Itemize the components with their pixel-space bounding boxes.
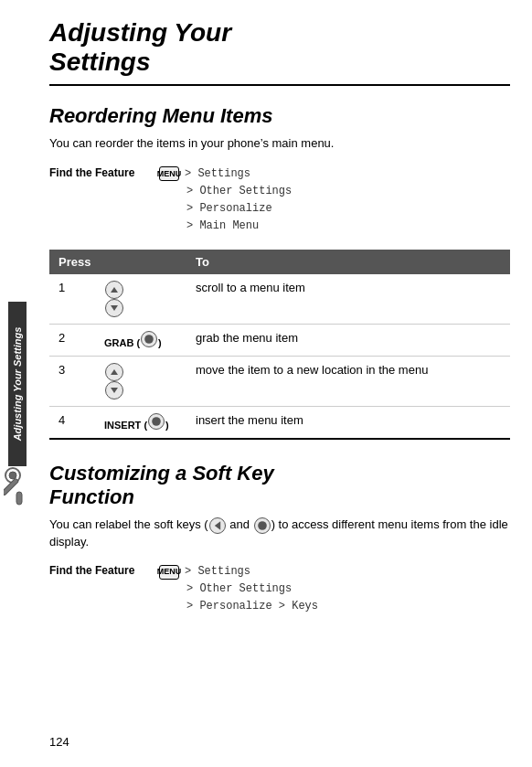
table-row: 3 move th <box>49 357 510 407</box>
row2-num: 2 <box>49 325 95 357</box>
find-step-line-4: > Main Menu <box>159 218 292 235</box>
nav-up2-icon <box>105 363 123 381</box>
find-step-line-2: > Other Settings <box>159 183 292 200</box>
svg-marker-8 <box>111 388 118 393</box>
section2-heading: Customizing a Soft Key Function <box>49 462 510 509</box>
page-title: Adjusting Your Settings <box>49 18 510 77</box>
wrench-icon <box>2 465 35 511</box>
find-label-1: Find the Feature <box>49 165 159 179</box>
nav-down-icon <box>105 299 123 317</box>
nav-down2-icon <box>105 381 123 399</box>
svg-marker-10 <box>214 521 219 530</box>
section1-description: You can reorder the items in your phone’… <box>49 135 510 152</box>
svg-point-9 <box>152 418 161 427</box>
table-row: 2 GRAB () grab the menu item <box>49 325 510 357</box>
menu-icon-2: MENU <box>159 565 179 580</box>
find-step-3-text: > Personalize <box>186 200 272 218</box>
row3-num: 3 <box>49 357 95 407</box>
row4-to: insert the menu item <box>186 407 510 440</box>
soft-key-left-icon <box>209 517 226 534</box>
find2-step-3-text: > Personalize > Keys <box>186 598 318 615</box>
find-step-2-text: > Other Settings <box>186 183 292 200</box>
find2-step-line-2: > Other Settings <box>159 581 318 598</box>
svg-point-11 <box>258 521 267 530</box>
row3-press <box>95 357 186 407</box>
steps-table: Press To 1 <box>49 250 510 440</box>
row2-to: grab the menu item <box>186 325 510 357</box>
find-step-4-text: > Main Menu <box>186 218 259 235</box>
table-col2: To <box>186 250 510 274</box>
page-number: 124 <box>49 726 510 749</box>
soft-key-icon-1 <box>141 331 157 347</box>
row3-to: move the item to a new location in the m… <box>186 357 510 407</box>
find2-step-1-text: > Settings <box>185 563 250 581</box>
table-row: 4 INSERT () insert the menu item <box>49 407 510 440</box>
sidebar-tab-label: Adjusting Your Settings <box>8 302 27 466</box>
find-feature-block-2: Find the Feature MENU > Settings > Other… <box>49 563 510 616</box>
soft-key-icon-2 <box>148 413 165 430</box>
svg-marker-4 <box>111 287 118 293</box>
section2-description: You can relabel the soft keys ( and ) to… <box>49 517 510 550</box>
row1-press <box>95 274 186 325</box>
find2-step-line-3: > Personalize > Keys <box>159 598 318 615</box>
section1-heading: Reordering Menu Items <box>49 104 510 128</box>
sidebar: Adjusting Your Settings <box>0 0 35 767</box>
section2-desc-part1: You can relabel the soft keys ( <box>49 517 208 531</box>
find-step-line-1: MENU > Settings <box>159 165 292 183</box>
find-steps-1: MENU > Settings > Other Settings > Perso… <box>159 165 292 236</box>
svg-marker-7 <box>111 369 118 375</box>
svg-point-1 <box>9 472 16 479</box>
svg-rect-3 <box>16 492 22 505</box>
table-col1: Press <box>49 250 186 274</box>
row1-num: 1 <box>49 274 95 325</box>
find-steps-2: MENU > Settings > Other Settings > Perso… <box>159 563 318 616</box>
row4-press: INSERT () <box>95 407 186 440</box>
svg-marker-5 <box>111 305 118 311</box>
section2-and: and <box>229 517 250 531</box>
find2-step-line-1: MENU > Settings <box>159 563 318 581</box>
find-label-2: Find the Feature <box>49 563 159 577</box>
title-divider <box>49 84 510 86</box>
row4-num: 4 <box>49 407 95 440</box>
find2-step-2-text: > Other Settings <box>186 581 292 598</box>
svg-point-6 <box>144 336 154 345</box>
row1-to: scroll to a menu item <box>186 274 510 325</box>
find-feature-block-1: Find the Feature MENU > Settings > Other… <box>49 165 510 236</box>
find-step-line-3: > Personalize <box>159 200 292 218</box>
nav-up-icon <box>105 281 123 299</box>
soft-key-right-icon <box>254 517 271 534</box>
menu-icon-1: MENU <box>159 166 179 181</box>
table-row: 1 <box>49 274 510 325</box>
main-content: Adjusting Your Settings Reordering Menu … <box>35 0 532 767</box>
find-step-1-text: > Settings <box>185 165 250 183</box>
row2-press: GRAB () <box>95 325 186 357</box>
